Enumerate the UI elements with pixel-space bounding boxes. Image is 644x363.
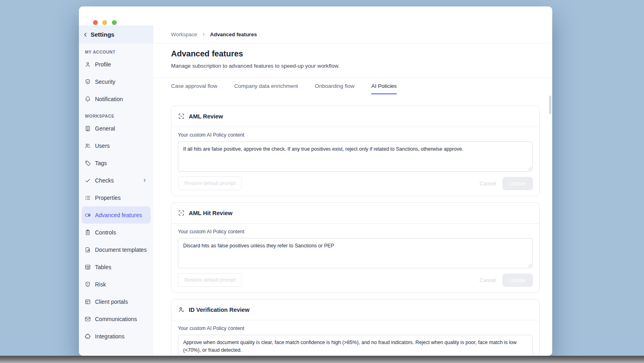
restore-default-prompt-button[interactable]: Restore default prompt [178,273,242,287]
sidebar-item-general[interactable]: General [82,120,151,137]
sidebar-item-label: Tables [95,264,111,270]
sidebar-item-communications[interactable]: Communications [82,310,151,328]
sidebar-item-label: Checks [95,177,114,184]
tab-content-ai-policies: AML Review Your custom AI Policy content… [153,94,552,356]
sidebar-item-label: Client portals [95,299,128,305]
sidebar-item-checks[interactable]: Checks [82,172,151,189]
user-icon [85,61,91,68]
scan-icon [178,210,185,216]
breadcrumb: Workspace Advanced features [153,25,552,44]
sidebar-item-label: Tags [95,160,107,166]
mail-icon [85,316,91,322]
policy-content-textarea[interactable]: Approve when document quality is clear, … [178,335,533,356]
building-icon [85,125,91,132]
policy-card-aml-hit-review: AML Hit Review Your custom AI Policy con… [171,202,540,293]
window-titlebar [79,6,552,25]
policy-field-label: Your custom AI Policy content [178,229,533,234]
tab-onboarding-flow[interactable]: Onboarding flow [315,78,354,94]
update-button[interactable]: Update [502,177,533,190]
main-panel: Workspace Advanced features Advanced fea… [153,25,552,356]
card-title: ID Verification Review [189,307,250,313]
cancel-button[interactable]: Cancel [480,180,496,187]
section-label-workspace: WORKSPACE [85,114,149,118]
sidebar-item-risk[interactable]: Risk [82,276,151,293]
card-title: AML Hit Review [189,210,233,216]
sidebar-item-properties[interactable]: Properties [82,189,151,206]
screen-bottom-edge [0,356,644,363]
table-icon [85,264,91,270]
sidebar-item-tables[interactable]: Tables [82,258,151,276]
tabs: Case approval flow Company data enrichme… [153,78,552,94]
sidebar-item-label: General [95,125,115,132]
restore-default-prompt-button[interactable]: Restore default prompt [178,176,242,190]
section-label-my-account: MY ACCOUNT [85,50,149,54]
sidebar-nav: MY ACCOUNT Profile Security [79,44,153,356]
puzzle-icon [85,333,91,340]
check-icon [85,177,91,184]
sidebar-item-label: Users [95,143,110,149]
sidebar-item-controls[interactable]: Controls [82,224,151,241]
breadcrumb-current: Advanced features [210,31,257,37]
sidebar-item-label: Controls [95,229,116,236]
minimize-window-button[interactable] [102,20,107,25]
page-header: Advanced features Manage subscription to… [153,44,552,78]
settings-sidebar: Settings MY ACCOUNT Profile Security [79,25,153,356]
sidebar-item-label: Integrations [95,333,124,340]
card-title: AML Review [189,113,223,120]
tab-ai-policies[interactable]: AI Policies [371,78,396,94]
sidebar-item-users[interactable]: Users [82,137,151,154]
card-header: ID Verification Review [171,299,539,320]
bell-icon [85,96,91,102]
update-button[interactable]: Update [502,274,533,287]
page-subtitle: Manage subscription to advanced features… [171,63,535,77]
sidebar-item-label: Properties [95,195,121,201]
clipboard-icon [85,229,91,236]
sidebar-item-document-templates[interactable]: Document templates [82,241,151,258]
chevron-left-icon [82,31,89,38]
policy-content-textarea[interactable]: Discard hits as false positives unless t… [178,238,533,268]
sidebar-item-label: Document templates [95,247,147,253]
vertical-scrollbar[interactable] [549,95,551,114]
maximize-window-button[interactable] [112,20,117,25]
sidebar-item-label: Profile [95,61,111,68]
sidebar-title: Settings [91,31,114,38]
sidebar-item-advanced-features[interactable]: Advanced features [82,206,151,224]
sidebar-item-label: Notification [95,96,123,102]
scan-icon [178,113,185,120]
sidebar-item-client-portals[interactable]: Client portals [82,293,151,310]
policy-card-aml-review: AML Review Your custom AI Policy content… [171,106,540,196]
user-check-icon [178,306,185,313]
sidebar-item-label: Communications [95,316,137,322]
chevron-right-icon [201,32,206,37]
close-window-button[interactable] [93,20,98,25]
cancel-button[interactable]: Cancel [480,277,496,283]
sidebar-item-notification[interactable]: Notification [82,90,151,108]
panel-icon [85,299,91,305]
policy-content-textarea[interactable]: If all hits are false positive, approve … [178,141,533,172]
toggle-icon [85,212,91,218]
sidebar-item-label: Advanced features [95,212,142,218]
tab-company-data-enrichment[interactable]: Company data enrichment [234,78,298,94]
sidebar-item-integrations[interactable]: Integrations [82,328,151,345]
tab-case-approval-flow[interactable]: Case approval flow [171,78,217,94]
card-header: AML Hit Review [171,203,539,224]
policy-card-id-verification-review: ID Verification Review Your custom AI Po… [171,299,540,356]
file-edit-icon [85,247,91,253]
shield-check-icon [85,79,91,85]
sidebar-item-security[interactable]: Security [82,73,151,90]
sidebar-item-label: Risk [95,281,106,288]
settings-window: Settings MY ACCOUNT Profile Security [79,6,552,356]
users-icon [85,143,91,149]
list-icon [85,195,91,201]
sidebar-item-label: Security [95,79,116,85]
sidebar-item-tags[interactable]: Tags [82,154,151,172]
policy-field-label: Your custom AI Policy content [178,326,533,331]
tag-icon [85,160,91,166]
sidebar-item-profile[interactable]: Profile [82,56,151,73]
sidebar-back-header[interactable]: Settings [79,25,153,44]
page-title: Advanced features [171,49,535,58]
shield-alert-icon [85,281,91,288]
policy-field-label: Your custom AI Policy content [178,132,533,138]
card-header: AML Review [171,106,539,127]
breadcrumb-workspace-link[interactable]: Workspace [171,31,197,37]
